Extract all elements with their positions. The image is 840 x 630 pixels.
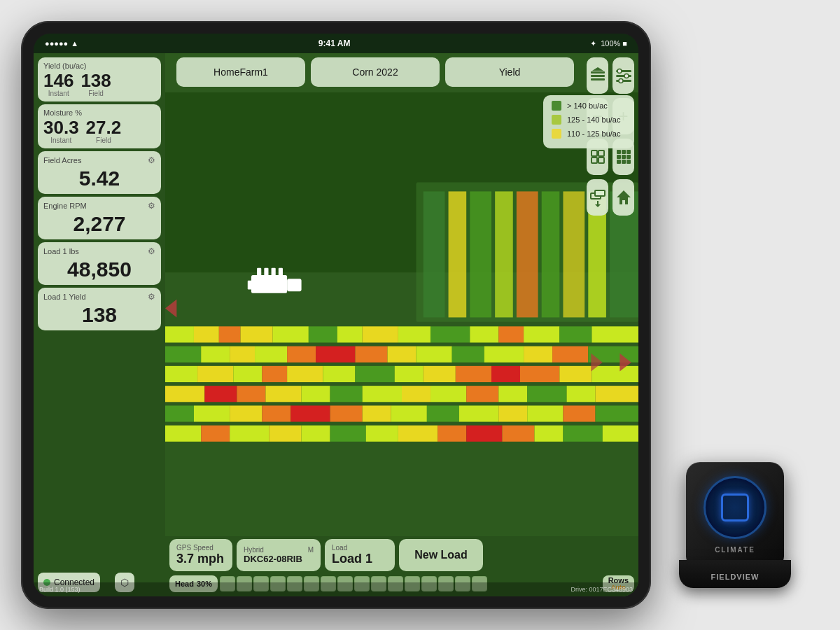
yield-field-label: Field [88, 90, 104, 97]
transfer-button[interactable] [587, 179, 608, 216]
hybrid-card[interactable]: Hybrid M DKC62-08RIB [237, 539, 321, 571]
gps-speed-label: GPS Speed [176, 544, 225, 552]
svg-rect-27 [484, 346, 524, 363]
device-brand-label: CLIMATE [715, 546, 755, 554]
yield-map-svg [165, 92, 638, 596]
svg-rect-23 [355, 346, 387, 363]
device-base: FIELDVIEW [679, 560, 791, 588]
hybrid-value: DKC62-08RIB [244, 554, 314, 564]
full-bottom-bar: Build 1.0 (153) Drive: 0017EC348903 [34, 582, 638, 596]
svg-rect-71 [563, 405, 595, 421]
legend-label-2: 125 - 140 bu/ac [567, 115, 620, 124]
svg-rect-43 [559, 366, 592, 382]
legend-color-2 [552, 115, 561, 125]
svg-rect-73 [165, 426, 201, 442]
engine-rpm-value: 2,277 [43, 212, 155, 235]
svg-rect-72 [596, 405, 638, 421]
load-card[interactable]: Load Load 1 [325, 539, 395, 571]
svg-rect-84 [534, 426, 563, 442]
battery-text: 100% ■ [601, 39, 627, 48]
fieldview-device: CLIMATE FIELDVIEW [672, 448, 798, 588]
layers-button[interactable] [587, 57, 608, 94]
legend-color-1 [552, 101, 561, 111]
svg-rect-45 [165, 386, 204, 402]
field-acres-title: Field Acres ⚙ [43, 155, 155, 165]
legend-item-2: 125 - 140 bu/ac [552, 115, 626, 125]
svg-rect-58 [596, 386, 638, 402]
svg-point-114 [617, 69, 622, 74]
gps-speed-card: GPS Speed 3.7 mph [169, 539, 232, 571]
svg-marker-133 [595, 204, 601, 207]
svg-rect-10 [398, 326, 430, 342]
svg-rect-129 [626, 160, 631, 164]
svg-rect-9 [363, 326, 398, 342]
svg-rect-93 [542, 191, 560, 317]
new-load-button[interactable]: New Load [399, 539, 483, 571]
svg-rect-14 [524, 326, 559, 342]
svg-rect-91 [495, 191, 513, 317]
yield-instant-value: 146 [43, 71, 74, 90]
signal-icon: ●●●●● [45, 39, 68, 48]
svg-rect-88 [424, 191, 445, 317]
svg-rect-64 [330, 405, 363, 421]
svg-rect-61 [230, 405, 262, 421]
svg-rect-36 [323, 366, 355, 382]
top-nav: HomeFarm1 Corn 2022 Yield [171, 57, 580, 87]
svg-rect-101 [264, 268, 268, 277]
app-area: HomeFarm1 Corn 2022 Yield Yield (bu/ac) [34, 53, 638, 596]
map-area [165, 92, 638, 596]
tab-homefarm[interactable]: HomeFarm1 [176, 57, 305, 87]
load-lbs-gear-icon[interactable]: ⚙ [148, 246, 155, 256]
svg-rect-21 [287, 346, 316, 363]
svg-rect-83 [502, 426, 534, 442]
svg-rect-107 [591, 71, 605, 74]
load-yield-gear-icon[interactable]: ⚙ [148, 292, 155, 302]
svg-rect-6 [273, 326, 309, 342]
engine-rpm-gear-icon[interactable]: ⚙ [148, 201, 155, 211]
svg-rect-120 [598, 158, 604, 163]
svg-rect-131 [595, 190, 605, 196]
moisture-title: Moisture % [43, 108, 155, 117]
svg-rect-125 [622, 155, 626, 159]
svg-rect-108 [591, 75, 605, 77]
svg-rect-32 [197, 366, 233, 382]
svg-rect-4 [219, 326, 241, 342]
status-right: ✦ 100% ■ [590, 39, 627, 48]
legend-label-1: > 140 bu/ac [567, 102, 608, 110]
svg-rect-48 [265, 386, 301, 402]
yield-field-pair: 138 Field [80, 71, 111, 97]
svg-rect-54 [466, 386, 498, 402]
svg-rect-52 [402, 386, 430, 402]
settings-button[interactable] [612, 57, 634, 94]
legend-label-3: 110 - 125 bu/ac [567, 130, 620, 138]
right-row-4 [587, 179, 634, 216]
tab-corn2022[interactable]: Corn 2022 [311, 57, 440, 87]
ipad-frame: ●●●●● ▲ 9:41 AM ✦ 100% ■ [21, 21, 651, 609]
home-button[interactable] [612, 179, 634, 216]
svg-rect-128 [622, 160, 626, 164]
svg-rect-11 [430, 326, 470, 342]
svg-rect-56 [527, 386, 566, 402]
svg-rect-19 [230, 346, 255, 363]
tab-yield[interactable]: Yield [445, 57, 574, 87]
load-yield-card: Load 1 Yield ⚙ 138 [38, 288, 161, 330]
svg-rect-31 [165, 366, 197, 382]
yield-card: Yield (bu/ac) 146 Instant 138 Field [38, 57, 161, 102]
svg-rect-47 [237, 386, 265, 402]
legend-item-1: > 140 bu/ac [552, 101, 626, 111]
moisture-card: Moisture % 30.3 Instant 27.2 Field [38, 104, 161, 148]
svg-rect-86 [603, 426, 638, 442]
load-yield-title: Load 1 Yield ⚙ [43, 292, 155, 302]
device-label: FIELDVIEW [711, 573, 760, 581]
svg-point-115 [624, 74, 629, 78]
svg-rect-5 [241, 326, 273, 342]
svg-rect-46 [204, 386, 237, 402]
field-acres-card: Field Acres ⚙ 5.42 [38, 151, 161, 194]
field-acres-gear-icon[interactable]: ⚙ [148, 155, 155, 165]
svg-rect-18 [201, 346, 230, 363]
moisture-field-label: Field [96, 136, 111, 144]
svg-rect-49 [302, 386, 330, 402]
yield-instant-pair: 146 Instant [43, 71, 74, 97]
svg-rect-94 [563, 191, 584, 317]
svg-rect-89 [449, 191, 467, 317]
